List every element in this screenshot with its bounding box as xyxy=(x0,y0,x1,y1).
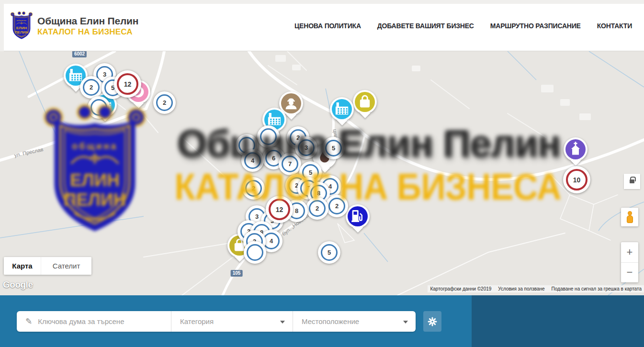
marker-fuel-pump-icon[interactable] xyxy=(346,204,370,228)
nav-item-pricing[interactable]: ЦЕНОВА ПОЛИТИКА xyxy=(294,22,361,30)
lock-button[interactable] xyxy=(624,174,640,189)
map-type-control: Карта Сателит xyxy=(4,257,91,275)
zoom-out-button[interactable]: − xyxy=(621,263,638,283)
category-select[interactable]: Категория xyxy=(171,311,293,332)
gear-icon xyxy=(428,317,437,326)
cluster-marker[interactable]: 2 xyxy=(242,177,265,200)
cluster-marker[interactable]: 4 xyxy=(241,149,264,172)
municipality-emblem-icon: община ЕЛИН ПЕЛИН xyxy=(11,11,33,41)
nav-item-add-business[interactable]: ДОБАВЕТЕ ВАШИЯТ БИЗНЕС xyxy=(377,22,474,30)
zoom-control: + − xyxy=(621,242,638,282)
marker-church-icon[interactable] xyxy=(564,137,588,161)
left-strip xyxy=(0,0,4,51)
svg-text:ЕЛИН: ЕЛИН xyxy=(16,26,27,30)
cluster-marker[interactable]: 3 xyxy=(295,136,317,159)
category-placeholder: Категория xyxy=(180,317,214,325)
cluster-marker[interactable]: 12 xyxy=(114,70,141,98)
cluster-marker[interactable]: 12 xyxy=(266,196,293,223)
map-canvas[interactable]: ул. Преславбул. „Новоселции6002105 31225… xyxy=(0,51,644,295)
keyword-input[interactable] xyxy=(38,317,158,325)
cluster-marker[interactable]: 2 xyxy=(306,197,328,220)
map-attribution: Картографски данни ©2019 Условия за полз… xyxy=(428,285,644,292)
pegman-icon xyxy=(626,211,633,224)
cluster-marker[interactable] xyxy=(257,125,280,148)
zoom-in-button[interactable]: + xyxy=(621,242,638,263)
pencil-icon: ✎ xyxy=(25,316,32,326)
map-view-button[interactable]: Карта xyxy=(4,257,41,275)
search-bar: ✎ Категория Местоположение ТЪРСЕНЕ xyxy=(0,295,644,347)
keyword-field[interactable]: ✎ xyxy=(17,311,171,332)
nav-item-contacts[interactable]: КОНТАКТИ xyxy=(597,22,632,30)
terms-link[interactable]: Условия за ползване xyxy=(498,286,544,291)
search-fields: ✎ Категория Местоположение xyxy=(17,311,416,332)
cluster-marker[interactable]: 2 xyxy=(326,195,348,217)
cluster-marker[interactable]: 2 xyxy=(153,91,176,114)
chevron-down-icon xyxy=(403,321,408,324)
cluster-marker[interactable]: 5 xyxy=(318,241,340,264)
nav-item-route-schedule[interactable]: МАРШРУТНО РАЗПИСАНИЕ xyxy=(490,22,581,30)
marker-factory-icon[interactable] xyxy=(330,97,354,121)
satellite-view-button[interactable]: Сателит xyxy=(41,257,91,275)
pegman-control[interactable] xyxy=(621,208,638,226)
google-logo[interactable]: Google xyxy=(3,280,33,290)
cluster-marker[interactable]: 5 xyxy=(322,137,345,159)
road-number-badge: 6002 xyxy=(72,51,87,57)
cluster-marker[interactable] xyxy=(88,96,110,119)
marker-shopping-bag-icon[interactable] xyxy=(353,90,377,114)
attribution-copyright: Картографски данни ©2019 xyxy=(430,286,491,291)
chevron-down-icon xyxy=(280,321,285,324)
site-subtitle: КАТАЛОГ НА БИЗНЕСА xyxy=(37,27,138,37)
header: община ЕЛИН ПЕЛИН Община Елин Пелин КАТА… xyxy=(0,0,644,51)
cluster-marker[interactable]: 10 xyxy=(563,166,590,193)
search-bar-right-panel xyxy=(472,295,644,347)
site-logo[interactable]: община ЕЛИН ПЕЛИН Община Елин Пелин КАТА… xyxy=(11,11,138,41)
location-select[interactable]: Местоположение xyxy=(293,311,416,332)
location-placeholder: Местоположение xyxy=(302,317,359,325)
cluster-marker[interactable] xyxy=(244,241,266,264)
advanced-search-button[interactable] xyxy=(423,311,441,332)
report-error-link[interactable]: Подаване на сигнал за грешка в картата xyxy=(552,286,642,291)
lock-icon xyxy=(630,179,634,183)
svg-text:община: община xyxy=(17,19,27,22)
cluster-marker[interactable]: 2 xyxy=(80,76,102,99)
svg-text:ПЕЛИН: ПЕЛИН xyxy=(15,30,29,34)
cluster-marker[interactable]: 7 xyxy=(279,153,301,175)
site-title: Община Елин Пелин xyxy=(37,15,138,27)
main-nav: ЦЕНОВА ПОЛИТИКА ДОБАВЕТЕ ВАШИЯТ БИЗНЕС М… xyxy=(294,0,632,51)
road-number-badge: 105 xyxy=(231,270,243,277)
